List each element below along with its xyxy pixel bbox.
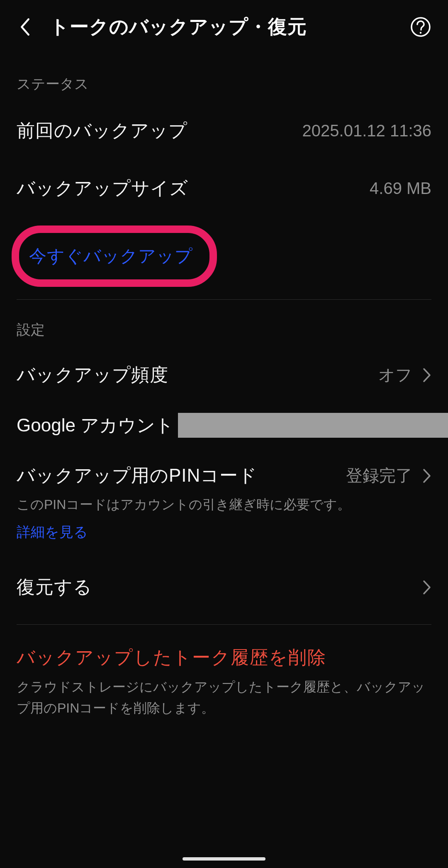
backup-size-label: バックアップサイズ bbox=[17, 176, 188, 201]
chevron-left-icon bbox=[19, 18, 31, 36]
header: トークのバックアップ・復元 bbox=[0, 0, 448, 54]
backup-now-button[interactable]: 今すぐバックアップ bbox=[29, 245, 193, 268]
google-account-label: Google アカウント bbox=[17, 413, 174, 438]
last-backup-row: 前回のバックアップ 2025.01.12 11:36 bbox=[0, 102, 448, 160]
chevron-right-icon bbox=[422, 468, 431, 483]
restore-label: 復元する bbox=[17, 575, 92, 599]
delete-backup-description: クラウドストレージにバックアップしたトーク履歴と、バックアップ用のPINコードを… bbox=[17, 676, 431, 719]
google-account-value-redacted bbox=[178, 413, 448, 438]
backup-size-row: バックアップサイズ 4.69 MB bbox=[0, 160, 448, 217]
back-button[interactable] bbox=[17, 19, 33, 35]
backup-pin-description: このPINコードはアカウントの引き継ぎ時に必要です。 bbox=[0, 492, 448, 523]
delete-backup-title: バックアップしたトーク履歴を削除 bbox=[17, 645, 431, 676]
chevron-right-icon bbox=[422, 368, 431, 383]
settings-section-label: 設定 bbox=[0, 300, 448, 348]
chevron-right-icon bbox=[422, 580, 431, 595]
google-account-row[interactable]: Google アカウント bbox=[0, 402, 448, 449]
detail-link[interactable]: 詳細を見る bbox=[0, 523, 105, 554]
backup-frequency-value: オフ bbox=[378, 364, 412, 386]
last-backup-label: 前回のバックアップ bbox=[17, 119, 187, 143]
home-indicator[interactable] bbox=[183, 857, 265, 861]
status-section-label: ステータス bbox=[0, 54, 448, 102]
backup-pin-row[interactable]: バックアップ用のPINコード 登録完了 bbox=[0, 449, 448, 492]
backup-size-value: 4.69 MB bbox=[370, 179, 431, 198]
help-icon bbox=[410, 16, 431, 38]
last-backup-value: 2025.01.12 11:36 bbox=[302, 121, 431, 140]
help-button[interactable] bbox=[410, 16, 431, 38]
svg-point-1 bbox=[420, 32, 421, 34]
restore-row[interactable]: 復元する bbox=[0, 554, 448, 624]
backup-frequency-row[interactable]: バックアップ頻度 オフ bbox=[0, 348, 448, 402]
delete-backup-section[interactable]: バックアップしたトーク履歴を削除 クラウドストレージにバックアップしたトーク履歴… bbox=[0, 625, 448, 719]
content: ステータス 前回のバックアップ 2025.01.12 11:36 バックアップサ… bbox=[0, 54, 448, 719]
backup-frequency-label: バックアップ頻度 bbox=[17, 363, 168, 387]
backup-pin-label: バックアップ用のPINコード bbox=[17, 463, 257, 488]
backup-pin-value: 登録完了 bbox=[346, 464, 412, 487]
page-title: トークのバックアップ・復元 bbox=[50, 14, 410, 40]
backup-now-highlight: 今すぐバックアップ bbox=[12, 225, 217, 287]
